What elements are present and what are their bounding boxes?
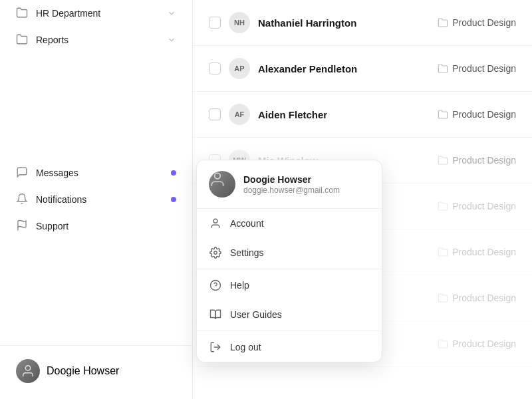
popup-divider-2	[197, 331, 382, 331]
chevron-down-icon	[167, 9, 176, 18]
user-avatar-image	[16, 359, 40, 383]
user-name-label: Doogie Howser	[47, 365, 119, 377]
row-checkbox[interactable]	[209, 17, 221, 29]
svg-point-2	[215, 173, 221, 179]
row-checkbox[interactable]	[209, 63, 221, 74]
bell-icon	[16, 193, 29, 206]
row-name: Aiden Fletcher	[258, 109, 430, 120]
user-icon	[209, 217, 222, 230]
sidebar-item-support-label: Support	[36, 221, 176, 231]
logout-icon	[209, 340, 222, 354]
sidebar-item-messages-label: Messages	[36, 168, 171, 178]
svg-point-5	[211, 281, 221, 291]
table-row: NH Nathaniel Harrington Product Design	[193, 0, 532, 46]
user-avatar	[16, 359, 40, 383]
popup-menu-item-settings[interactable]: Settings	[197, 238, 382, 267]
folder-icon	[438, 63, 448, 74]
folder-icon	[438, 293, 448, 303]
sidebar-item-notifications[interactable]: Notifications	[8, 186, 184, 213]
row-initials: NH	[229, 12, 250, 33]
folder-icon	[438, 247, 448, 257]
sidebar-item-hr-department-label: HR Department	[36, 8, 167, 19]
popup-header: Doogie Howser doggie.howser@gmail.com	[197, 160, 382, 209]
folder-icon-reports	[16, 33, 29, 47]
svg-point-3	[213, 219, 217, 223]
department-label: Product Design	[452, 201, 516, 211]
sidebar-item-support[interactable]: Support	[8, 213, 184, 239]
sidebar-item-reports[interactable]: Reports	[8, 27, 184, 53]
department-label: Product Design	[452, 155, 516, 166]
popup-menu-item-help-label: Help	[230, 280, 249, 291]
row-initials: AP	[229, 58, 250, 79]
popup-menu-item-settings-label: Settings	[230, 247, 264, 258]
folder-icon	[16, 7, 29, 20]
row-department: Product Design	[438, 63, 516, 74]
row-department: Product Design	[438, 155, 516, 166]
popup-menu-item-account-label: Account	[230, 218, 264, 229]
department-label: Product Design	[452, 293, 516, 303]
row-department: Product Design	[438, 247, 516, 257]
popup-menu-item-logout-label: Log out	[230, 342, 261, 352]
row-department: Product Design	[438, 338, 516, 349]
folder-icon	[438, 17, 448, 28]
sidebar-item-reports-label: Reports	[36, 35, 167, 45]
popup-user-email: doggie.howser@gmail.com	[243, 186, 370, 195]
row-department: Product Design	[438, 17, 516, 28]
popup-menu-item-user-guides[interactable]: User Guides	[197, 300, 382, 329]
sidebar-nav: HR Department Reports	[0, 0, 192, 345]
folder-icon	[438, 338, 448, 349]
gear-icon	[209, 246, 222, 259]
row-department: Product Design	[438, 293, 516, 303]
notifications-notification-dot	[171, 197, 176, 202]
row-name: Alexander Pendleton	[258, 63, 430, 74]
popup-user-avatar	[209, 171, 235, 198]
message-icon	[16, 166, 29, 180]
popup-menu-item-help[interactable]: Help	[197, 271, 382, 300]
table-row: AP Alexander Pendleton Product Design	[193, 46, 532, 92]
svg-point-4	[214, 251, 217, 255]
chevron-down-icon-reports	[167, 35, 176, 45]
sidebar-item-messages[interactable]: Messages	[8, 160, 184, 186]
book-icon	[209, 308, 222, 321]
popup-menu-item-user-guides-label: User Guides	[230, 309, 282, 320]
help-circle-icon	[209, 279, 222, 292]
department-label: Product Design	[452, 247, 516, 257]
popup-avatar-image	[209, 171, 235, 198]
department-label: Product Design	[452, 63, 516, 74]
folder-icon	[438, 109, 448, 120]
popup-menu-item-account[interactable]: Account	[197, 209, 382, 238]
flag-icon	[16, 219, 29, 233]
folder-icon	[438, 155, 448, 166]
sidebar-item-notifications-label: Notifications	[36, 194, 171, 205]
row-department: Product Design	[438, 201, 516, 211]
popup-menu-item-logout[interactable]: Log out	[197, 332, 382, 362]
messages-notification-dot	[171, 170, 176, 176]
folder-icon	[438, 201, 448, 211]
user-profile-button[interactable]: Doogie Howser	[8, 354, 184, 388]
department-label: Product Design	[452, 109, 516, 120]
row-name: Nathaniel Harrington	[258, 17, 430, 29]
user-popup-menu: Doogie Howser doggie.howser@gmail.com Ac…	[196, 160, 382, 362]
popup-user-info: Doogie Howser doggie.howser@gmail.com	[243, 174, 370, 195]
sidebar-user-section: Doogie Howser	[0, 345, 192, 399]
row-checkbox[interactable]	[209, 108, 221, 120]
svg-point-1	[25, 366, 30, 370]
table-row: AF Aiden Fletcher Product Design	[193, 92, 532, 138]
popup-user-name: Doogie Howser	[243, 174, 370, 185]
department-label: Product Design	[452, 17, 516, 28]
popup-divider	[197, 269, 382, 269]
row-department: Product Design	[438, 109, 516, 120]
department-label: Product Design	[452, 338, 516, 349]
sidebar: HR Department Reports	[0, 0, 193, 399]
sidebar-item-hr-department[interactable]: HR Department	[8, 0, 184, 27]
row-initials: AF	[229, 104, 250, 125]
